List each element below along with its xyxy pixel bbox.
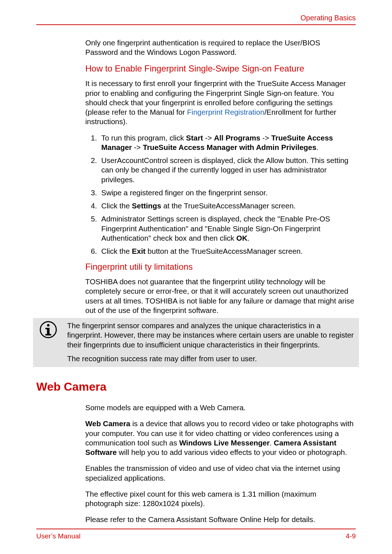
text: Administrator Settings screen is display… — [101, 215, 330, 242]
step-2: UserAccountControl screen is displayed, … — [99, 156, 354, 184]
step-6: Click the Exit button at the TrueSuiteAc… — [99, 247, 354, 256]
text: . — [317, 143, 319, 151]
document-page: Operating Basics Only one fingerprint au… — [0, 0, 392, 554]
note-paragraph-2: The recognition success rate may differ … — [67, 354, 355, 363]
text: at the TrueSuiteAccessManager screen. — [161, 201, 295, 210]
bold-text: Exit — [132, 247, 146, 255]
bold-text: OK — [236, 234, 248, 242]
footer-rule — [36, 529, 356, 529]
bold-text: Windows Live Messenger — [179, 439, 270, 447]
text: Click the — [101, 247, 132, 255]
text: . — [270, 439, 274, 447]
text: . — [248, 234, 250, 242]
heading-fingerprint-limitations: Fingerprint utili ty limitations — [85, 262, 354, 272]
steps-list: To run this program, click Start -> All … — [99, 133, 354, 256]
step-4: Click the Settings at the TrueSuiteAcces… — [99, 201, 354, 211]
page-footer: User’s Manual 4-9 — [36, 529, 356, 540]
enable-intro-paragraph: It is necessary to first enroll your fin… — [85, 79, 354, 126]
footer-page-number: 4-9 — [346, 532, 356, 540]
heading-enable-fingerprint: How to Enable Fingerprint Single-Swipe S… — [85, 64, 354, 74]
bold-text: TrueSuite Access Manager with Admin Priv… — [143, 143, 317, 151]
limitations-paragraph: TOSHIBA does not guarantee that the fing… — [85, 277, 354, 315]
webcam-p3: Enables the transmission of video and us… — [85, 464, 354, 482]
text: -> — [132, 143, 143, 151]
webcam-p2: Web Camera is a device that allows you t… — [85, 419, 354, 457]
link-fingerprint-registration[interactable]: Fingerprint Registration — [187, 108, 264, 116]
text: -> — [260, 134, 271, 142]
step-1: To run this program, click Start -> All … — [99, 133, 354, 152]
note-paragraph-1: The fingerprint sensor compares and anal… — [67, 321, 355, 350]
text: will help you to add various video effec… — [117, 448, 347, 456]
footer-left: User’s Manual — [36, 532, 81, 540]
running-header: Operating Basics — [36, 14, 356, 22]
heading-web-camera: Web Camera — [36, 380, 356, 394]
webcam-column: Some models are equipped with a Web Came… — [85, 403, 354, 524]
webcam-p1: Some models are equipped with a Web Came… — [85, 403, 354, 412]
bold-text: Start — [186, 134, 203, 142]
header-rule — [36, 24, 356, 25]
info-icon — [37, 321, 60, 340]
bold-text: Settings — [132, 201, 161, 210]
webcam-p5: Please refer to the Camera Assistant Sof… — [85, 515, 354, 524]
note-text: The fingerprint sensor compares and anal… — [67, 321, 355, 364]
content-column: Only one fingerprint authentication is r… — [85, 38, 354, 315]
intro-paragraph: Only one fingerprint authentication is r… — [85, 38, 354, 57]
svg-point-1 — [47, 324, 50, 327]
text: -> — [203, 134, 214, 142]
webcam-p4: The effective pixel count for this web c… — [85, 489, 354, 508]
step-5: Administrator Settings screen is display… — [99, 214, 354, 243]
bold-text: Web Camera — [85, 419, 130, 428]
svg-rect-3 — [45, 328, 49, 329]
text: Click the — [101, 201, 132, 210]
text: To run this program, click — [101, 134, 186, 142]
bold-text: All Programs — [214, 134, 260, 142]
text: button at the TrueSuiteAccessManager scr… — [146, 247, 303, 255]
step-3: Swipe a registered finger on the fingerp… — [99, 188, 354, 197]
svg-rect-4 — [45, 334, 51, 335]
info-note-box: The fingerprint sensor compares and anal… — [33, 318, 359, 367]
